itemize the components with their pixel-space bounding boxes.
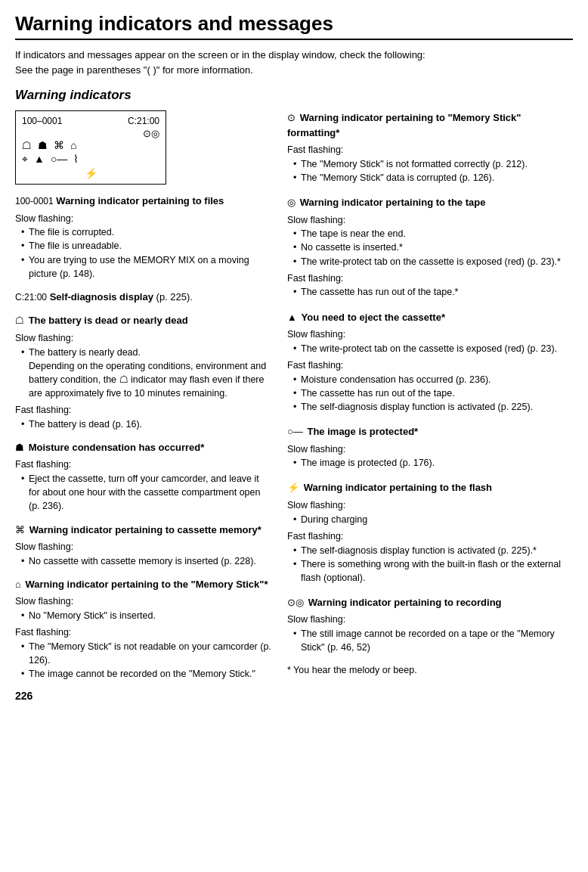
entry-protected-title: The image is protected* bbox=[307, 426, 418, 437]
entry-memory-stick-1-fast-label: Fast flashing: bbox=[15, 625, 272, 640]
icon-tape2: ⌇ bbox=[73, 153, 79, 166]
entry-recording-title: Warning indicator pertaining to recordin… bbox=[308, 597, 502, 608]
bullet-item: The file is unreadable. bbox=[23, 239, 272, 253]
entry-format-fast-label: Fast flashing: bbox=[287, 143, 573, 157]
indicator-box-icons-row1: ☖ ☗ ⌘ ⌂ bbox=[22, 139, 159, 151]
left-column: 100–0001 C:21:00 ⊙◎ ☖ ☗ ⌘ ⌂ ⌖ ▲ ○— ⌇ bbox=[15, 110, 272, 702]
indicator-box-icon-bottom: ⚡ bbox=[22, 167, 159, 179]
bullet-item: You are trying to use the MEMORY MIX on … bbox=[23, 253, 272, 281]
entry-format-title: Warning indicator pertaining to "Memory … bbox=[287, 112, 521, 138]
bullet-item: Eject the cassette, turn off your camcor… bbox=[23, 472, 272, 513]
entry-recording-slow-bullets: The still image cannot be recorded on a … bbox=[287, 627, 573, 654]
bullet-item: The cassette has run out of the tape.* bbox=[295, 285, 573, 299]
bullet-item: The cassette has run out of the tape. bbox=[295, 386, 573, 400]
entry-100-0001-slow-label: Slow flashing: bbox=[15, 212, 272, 226]
intro-line-2: See the page in parentheses "( )" for mo… bbox=[15, 64, 253, 76]
entry-memory-stick-1-title: Warning indicator pertaining to the "Mem… bbox=[25, 579, 268, 590]
icon-battery: ☖ bbox=[22, 139, 32, 151]
tape-icon: ◎ bbox=[287, 197, 296, 208]
indicator-box-icons-row2: ⌖ ▲ ○— ⌇ bbox=[22, 153, 159, 166]
entry-tape-fast-bullets: The cassette has run out of the tape.* bbox=[287, 285, 573, 299]
entry-battery: ☖ The battery is dead or nearly dead Slo… bbox=[15, 313, 272, 431]
bullet-item: Moisture condensation has occurred (p. 2… bbox=[295, 373, 573, 386]
entry-battery-slow-label: Slow flashing: bbox=[15, 331, 272, 346]
entry-tape-slow-label: Slow flashing: bbox=[287, 213, 573, 228]
entry-100-0001: 100-0001 Warning indicator pertaining to… bbox=[15, 194, 272, 281]
bullet-item: The write-protect tab on the cassette is… bbox=[295, 342, 573, 355]
entry-battery-fast-label: Fast flashing: bbox=[15, 403, 272, 417]
entry-eject-fast-label: Fast flashing: bbox=[287, 358, 573, 373]
eject-icon: ▲ bbox=[287, 312, 297, 323]
bullet-item: The still image cannot be recorded on a … bbox=[295, 627, 573, 654]
bullet-item: The self-diagnosis display function is a… bbox=[295, 400, 573, 414]
bullet-item: During charging bbox=[295, 513, 573, 526]
entry-memory-stick-1-slow-label: Slow flashing: bbox=[15, 594, 272, 609]
entry-battery-slow-bullets: The battery is nearly dead. Depending on… bbox=[15, 346, 272, 401]
entry-100-0001-title: Warning indicator pertaining to files bbox=[56, 195, 224, 206]
indicator-diagram: 100–0001 C:21:00 ⊙◎ ☖ ☗ ⌘ ⌂ ⌖ ▲ ○— ⌇ bbox=[15, 110, 166, 185]
entry-100-0001-bullets: The file is corrupted. The file is unrea… bbox=[15, 225, 272, 281]
entry-100-0001-prefix: 100-0001 bbox=[15, 196, 54, 206]
bullet-item: No "Memory Stick" is inserted. bbox=[23, 609, 272, 622]
bullet-item: The file is corrupted. bbox=[23, 225, 272, 239]
entry-cassette-slow-bullets: No cassette with cassette memory is inse… bbox=[15, 554, 272, 568]
indicator-code: 100–0001 bbox=[22, 116, 62, 126]
page-number: 226 bbox=[15, 690, 272, 702]
icon-eject: ▲ bbox=[34, 153, 45, 166]
entry-flash-title: Warning indicator pertaining to the flas… bbox=[304, 482, 492, 493]
battery-icon: ☖ bbox=[15, 315, 24, 326]
entry-tape: ◎ Warning indicator pertaining to the ta… bbox=[287, 195, 573, 299]
icon-memory: ⌂ bbox=[70, 139, 76, 151]
entry-flash-slow-label: Slow flashing: bbox=[287, 498, 573, 513]
entry-flash-fast-label: Fast flashing: bbox=[287, 529, 573, 544]
two-col-layout: 100–0001 C:21:00 ⊙◎ ☖ ☗ ⌘ ⌂ ⌖ ▲ ○— ⌇ bbox=[15, 110, 573, 702]
page-title: Warning indicators and messages bbox=[15, 12, 573, 40]
cassette-icon: ⌘ bbox=[15, 524, 25, 535]
entry-memory-stick-1-slow-bullets: No "Memory Stick" is inserted. bbox=[15, 609, 272, 622]
bullet-item: The "Memory Stick" data is corrupted (p.… bbox=[295, 171, 573, 185]
icon-flash: ⚡ bbox=[85, 167, 97, 179]
icon-protect: ○— bbox=[51, 153, 67, 166]
entry-battery-title: The battery is dead or nearly dead bbox=[29, 315, 188, 326]
icon-moisture: ☗ bbox=[38, 139, 48, 151]
entry-memory-stick-1: ⌂ Warning indicator pertaining to the "M… bbox=[15, 577, 272, 681]
entry-protected-slow-label: Slow flashing: bbox=[287, 442, 573, 457]
indicator-box-icons-row0: ⊙◎ bbox=[22, 128, 159, 139]
entry-c2100-suffix: (p. 225). bbox=[156, 291, 193, 303]
flash-icon: ⚡ bbox=[287, 482, 299, 493]
entry-eject-title: You need to eject the cassette* bbox=[302, 312, 446, 323]
entry-tape-title: Warning indicator pertaining to the tape bbox=[300, 197, 486, 208]
bullet-item: No cassette is inserted.* bbox=[295, 240, 573, 254]
entry-format-fast-bullets: The "Memory Stick" is not formatted corr… bbox=[287, 157, 573, 185]
entry-c2100-prefix: C:21:00 bbox=[15, 292, 47, 303]
format-icon: ⊙ bbox=[287, 112, 296, 123]
entry-c2100-title: Self-diagnosis display bbox=[50, 291, 153, 303]
entry-eject-slow-label: Slow flashing: bbox=[287, 327, 573, 342]
entry-memory-stick-format: ⊙ Warning indicator pertaining to "Memor… bbox=[287, 110, 573, 185]
intro-text: If indicators and messages appear on the… bbox=[15, 48, 573, 77]
entry-cassette-memory: ⌘ Warning indicator pertaining to casset… bbox=[15, 523, 272, 568]
icon-diag: ⌖ bbox=[22, 153, 28, 166]
section-title: Warning indicators bbox=[15, 88, 573, 103]
record-icons: ⊙◎ bbox=[143, 128, 159, 139]
right-column: ⊙ Warning indicator pertaining to "Memor… bbox=[287, 110, 573, 702]
memory-icon: ⌂ bbox=[15, 579, 21, 590]
page-container: Warning indicators and messages If indic… bbox=[0, 0, 588, 717]
entry-protected-slow-bullets: The image is protected (p. 176). bbox=[287, 456, 573, 470]
bullet-item: The battery is nearly dead. Depending on… bbox=[23, 346, 272, 401]
entry-flash: ⚡ Warning indicator pertaining to the fl… bbox=[287, 480, 573, 585]
bullet-item: There is something wrong with the built-… bbox=[295, 557, 573, 585]
entry-moisture: ☗ Moisture condensation has occurred* Fa… bbox=[15, 440, 272, 514]
bullet-item: The image is protected (p. 176). bbox=[295, 456, 573, 470]
icon-cassette: ⌘ bbox=[54, 139, 64, 151]
protect-icon: ○— bbox=[287, 426, 303, 437]
entry-recording: ⊙◎ Warning indicator pertaining to recor… bbox=[287, 595, 573, 655]
entry-cassette-slow-label: Slow flashing: bbox=[15, 540, 272, 554]
bullet-item: The "Memory Stick" is not readable on yo… bbox=[23, 640, 272, 667]
entry-eject: ▲ You need to eject the cassette* Slow f… bbox=[287, 310, 573, 414]
entry-moisture-fast-bullets: Eject the cassette, turn off your camcor… bbox=[15, 472, 272, 513]
moisture-icon: ☗ bbox=[15, 442, 24, 453]
footer-note: * You hear the melody or beep. bbox=[287, 665, 573, 675]
entry-protected: ○— The image is protected* Slow flashing… bbox=[287, 424, 573, 470]
intro-line-1: If indicators and messages appear on the… bbox=[15, 49, 426, 61]
